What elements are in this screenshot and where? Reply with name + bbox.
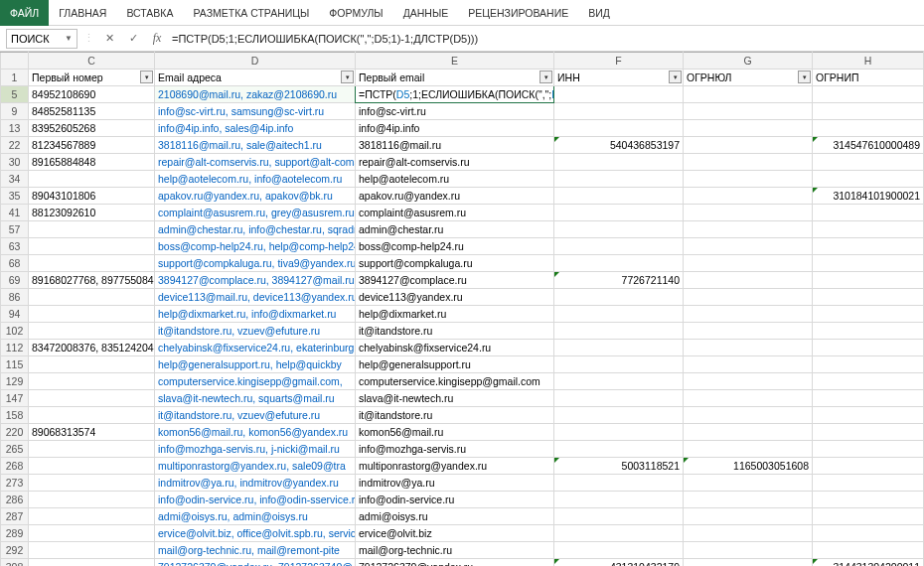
cell[interactable]: 5003118521 <box>554 458 684 475</box>
cell[interactable] <box>684 559 813 567</box>
col-header-h[interactable]: H <box>813 53 924 70</box>
cell[interactable]: complaint@asusrem.ru, grey@asusrem.ru <box>155 205 356 221</box>
row-header[interactable]: 30 <box>1 154 29 171</box>
cell[interactable] <box>554 390 684 407</box>
row-header[interactable]: 69 <box>1 272 29 289</box>
cell[interactable] <box>554 424 684 441</box>
cell[interactable]: help@generalsupport.ru <box>356 356 554 373</box>
tab-view[interactable]: ВИД <box>578 0 620 26</box>
cell[interactable]: 310184101900021 <box>813 188 924 205</box>
cell[interactable] <box>684 238 813 255</box>
row-header[interactable]: 9 <box>1 103 29 120</box>
cell[interactable] <box>554 120 684 137</box>
cell[interactable] <box>813 542 924 559</box>
cell[interactable] <box>554 492 684 508</box>
row-header[interactable]: 68 <box>1 255 29 272</box>
cell[interactable] <box>554 289 684 306</box>
cell[interactable] <box>29 306 155 323</box>
cell[interactable] <box>813 120 924 137</box>
cell[interactable] <box>29 542 155 559</box>
cell[interactable]: complaint@asusrem.ru <box>356 205 554 221</box>
cell[interactable]: apakov.ru@yandex.ru <box>356 188 554 205</box>
enter-icon[interactable]: ✓ <box>124 32 142 45</box>
cell[interactable] <box>684 171 813 188</box>
cell[interactable] <box>684 86 813 103</box>
cell[interactable]: komon56@mail.ru, komon56@yandex.ru <box>155 424 356 441</box>
cell[interactable] <box>684 475 813 492</box>
header-cell[interactable]: ОГРНЮЛ▾ <box>684 70 813 86</box>
cell[interactable] <box>29 373 155 390</box>
cell[interactable] <box>813 356 924 373</box>
cell[interactable]: info@4ip.info <box>356 120 554 137</box>
cell[interactable] <box>813 475 924 492</box>
filter-icon[interactable]: ▾ <box>798 71 811 83</box>
cell[interactable] <box>554 221 684 238</box>
cell[interactable]: help@generalsupport.ru, help@quickby <box>155 356 356 373</box>
row-header[interactable]: 86 <box>1 289 29 306</box>
row-header[interactable]: 63 <box>1 238 29 255</box>
cell[interactable]: 3894127@complace.ru, 3894127@mail.ru <box>155 272 356 289</box>
cell[interactable] <box>813 205 924 221</box>
cell[interactable] <box>554 306 684 323</box>
cell[interactable]: 81234567889 <box>29 137 155 154</box>
cell[interactable]: admin@chestar.ru <box>356 221 554 238</box>
cell[interactable] <box>813 441 924 458</box>
cell[interactable] <box>684 390 813 407</box>
row-header[interactable]: 34 <box>1 171 29 188</box>
row-header[interactable]: 13 <box>1 120 29 137</box>
cell[interactable] <box>554 323 684 340</box>
cell[interactable] <box>684 272 813 289</box>
cell[interactable] <box>684 221 813 238</box>
cell[interactable] <box>554 154 684 171</box>
row-header[interactable]: 286 <box>1 492 29 508</box>
cell[interactable]: boss@comp-help24.ru <box>356 238 554 255</box>
chevron-down-icon[interactable]: ▼ <box>65 34 73 43</box>
cell[interactable] <box>684 103 813 120</box>
cell[interactable] <box>684 154 813 171</box>
cell[interactable] <box>684 323 813 340</box>
row-header[interactable]: 41 <box>1 205 29 221</box>
cell[interactable] <box>813 492 924 508</box>
row-header[interactable]: 268 <box>1 458 29 475</box>
cell[interactable] <box>29 323 155 340</box>
cell[interactable]: 89068313574 <box>29 424 155 441</box>
cell[interactable] <box>813 306 924 323</box>
row-header[interactable]: 5 <box>1 86 29 103</box>
filter-icon[interactable]: ▾ <box>669 71 682 83</box>
cell[interactable]: help@dixmarket.ru <box>356 306 554 323</box>
col-header-e[interactable]: E <box>356 53 554 70</box>
cell[interactable] <box>554 255 684 272</box>
col-header-g[interactable]: G <box>684 53 813 70</box>
cell[interactable]: info@sc-virt.ru <box>356 103 554 120</box>
cell[interactable] <box>29 171 155 188</box>
cell[interactable]: 88123092610 <box>29 205 155 221</box>
cell[interactable]: 7912726370@yandex.ru, 79127263740@ <box>155 559 356 567</box>
cell[interactable] <box>29 255 155 272</box>
row-header[interactable]: 265 <box>1 441 29 458</box>
cell[interactable] <box>29 390 155 407</box>
cell[interactable] <box>554 373 684 390</box>
cell[interactable] <box>813 508 924 525</box>
cell[interactable]: 89168027768, 89775508408 <box>29 272 155 289</box>
cell[interactable]: admin@chestar.ru, info@chestar.ru, sqrad… <box>155 221 356 238</box>
row-header[interactable]: 35 <box>1 188 29 205</box>
row-header[interactable]: 94 <box>1 306 29 323</box>
select-all-corner[interactable] <box>1 53 29 70</box>
cell[interactable] <box>813 407 924 424</box>
cell[interactable] <box>29 492 155 508</box>
cell[interactable]: chelyabinsk@fixservice24.ru <box>356 340 554 356</box>
tab-insert[interactable]: ВСТАВКА <box>116 0 183 26</box>
cell[interactable] <box>684 525 813 542</box>
tab-review[interactable]: РЕЦЕНЗИРОВАНИЕ <box>458 0 578 26</box>
cell[interactable] <box>813 390 924 407</box>
row-header[interactable]: 22 <box>1 137 29 154</box>
col-header-d[interactable]: D <box>155 53 356 70</box>
cell[interactable]: device113@yandex.ru <box>356 289 554 306</box>
cell[interactable] <box>29 475 155 492</box>
cell[interactable] <box>684 120 813 137</box>
cell[interactable] <box>813 221 924 238</box>
cell[interactable] <box>813 373 924 390</box>
cell[interactable] <box>684 306 813 323</box>
cell[interactable] <box>813 238 924 255</box>
cell[interactable] <box>554 356 684 373</box>
